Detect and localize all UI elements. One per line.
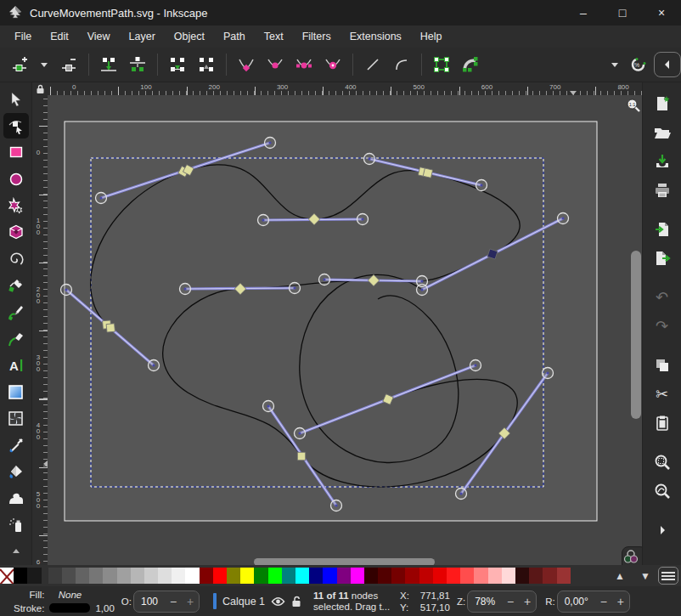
undo-button[interactable]: ↶: [649, 285, 676, 310]
palette-swatch[interactable]: [515, 568, 529, 584]
rotation-spinner[interactable]: 0,00° − +: [557, 591, 630, 613]
palette-swatch[interactable]: [419, 568, 433, 584]
palette-swatch[interactable]: [474, 568, 487, 584]
tool-3dbox[interactable]: [3, 220, 29, 245]
tool-dropper[interactable]: [3, 432, 29, 457]
palette-swatch[interactable]: [323, 568, 336, 584]
opacity-value[interactable]: 100: [134, 596, 165, 608]
palette-swatch[interactable]: [14, 568, 27, 584]
cut-button[interactable]: ✂: [649, 381, 676, 407]
palette-swatch[interactable]: [391, 568, 405, 584]
zoom-1to1-icon[interactable]: 1:1: [626, 98, 642, 116]
palette-swatch-none[interactable]: [0, 568, 14, 584]
palette-swatch[interactable]: [378, 568, 391, 584]
menu-edit[interactable]: Edit: [41, 27, 78, 46]
palette-swatch[interactable]: [103, 568, 116, 584]
make-smooth-button[interactable]: [261, 51, 290, 78]
delete-segment-button[interactable]: [192, 51, 221, 78]
palette-swatch[interactable]: [460, 568, 474, 584]
palette-swatch[interactable]: [240, 568, 254, 584]
palette-swatch[interactable]: [351, 568, 364, 584]
vertical-scrollbar[interactable]: [631, 251, 641, 419]
palette-swatch[interactable]: [89, 568, 103, 584]
open-document-button[interactable]: [649, 120, 676, 145]
tool-selector[interactable]: [3, 87, 29, 111]
menu-object[interactable]: Object: [165, 27, 214, 46]
join-nodes-button[interactable]: [94, 51, 123, 78]
opacity-spinner[interactable]: 100 − +: [133, 591, 200, 613]
tool-pen[interactable]: [3, 273, 29, 297]
stroke-to-path-button[interactable]: [456, 51, 485, 78]
vertical-ruler[interactable]: 01 0 02 0 03 0 04 0 05 0 06 0 0: [32, 95, 48, 565]
menu-filters[interactable]: Filters: [293, 27, 340, 46]
path-node[interactable]: [106, 324, 115, 332]
color-managed-display-button[interactable]: [622, 546, 642, 565]
tool-star[interactable]: [3, 193, 29, 218]
palette-scroll-up-icon[interactable]: ▲: [607, 570, 633, 582]
palette-menu-icon[interactable]: [658, 567, 678, 585]
zoom-plus-icon[interactable]: +: [519, 595, 536, 608]
tool-rectangle[interactable]: [3, 140, 29, 165]
tool-calligraphy[interactable]: [3, 326, 29, 351]
export-button[interactable]: [649, 246, 676, 271]
menu-extensions[interactable]: Extensions: [340, 27, 411, 46]
make-auto-button[interactable]: [318, 51, 347, 78]
palette-swatch[interactable]: [405, 568, 419, 584]
tool-mesh[interactable]: [3, 406, 29, 431]
zoom-drawing-button[interactable]: [649, 478, 676, 504]
zoom-spinner[interactable]: 78% − +: [467, 591, 537, 613]
object-to-path-button[interactable]: [427, 51, 456, 78]
collapse-snapbar-button[interactable]: [654, 52, 681, 77]
segment-curve-button[interactable]: [387, 51, 416, 78]
menu-layer[interactable]: Layer: [120, 27, 165, 46]
palette-swatch[interactable]: [447, 568, 460, 584]
zoom-value[interactable]: 78%: [468, 596, 502, 608]
save-document-button[interactable]: [649, 149, 676, 174]
palette-swatch[interactable]: [227, 568, 240, 584]
join-with-segment-button[interactable]: [163, 51, 192, 78]
opacity-plus-icon[interactable]: +: [182, 595, 199, 608]
palette-swatch[interactable]: [48, 568, 62, 584]
menu-help[interactable]: Help: [411, 27, 452, 46]
palette-swatch[interactable]: [185, 568, 199, 584]
rotation-minus-icon[interactable]: −: [595, 595, 612, 608]
menu-file[interactable]: File: [5, 27, 41, 46]
paste-button[interactable]: [649, 410, 676, 436]
rotation-value[interactable]: 0,00°: [558, 596, 595, 608]
insert-node-menu-button[interactable]: [34, 51, 54, 78]
zoom-selection-button[interactable]: [649, 449, 676, 475]
horizontal-scrollbar[interactable]: [254, 558, 435, 565]
layer-name[interactable]: Calque 1: [222, 596, 265, 608]
minimize-button[interactable]: –: [564, 0, 603, 25]
new-document-button[interactable]: [649, 91, 676, 116]
palette-swatch[interactable]: [309, 568, 323, 584]
palette-swatch[interactable]: [502, 568, 515, 584]
opacity-minus-icon[interactable]: −: [165, 595, 182, 608]
palette-swatch[interactable]: [295, 568, 309, 584]
palette-swatch[interactable]: [268, 568, 282, 584]
palette-swatch[interactable]: [529, 568, 543, 584]
tool-ellipse[interactable]: [3, 167, 29, 191]
fill-stroke-indicator[interactable]: Fill: None Stroke: 1,00: [14, 588, 115, 615]
palette-swatch[interactable]: [282, 568, 295, 584]
delete-node-button[interactable]: [54, 51, 83, 78]
menu-text[interactable]: Text: [255, 27, 293, 46]
tool-gradient[interactable]: [3, 380, 29, 404]
path-node[interactable]: [423, 168, 432, 178]
make-corner-button[interactable]: [232, 51, 261, 78]
segment-line-button[interactable]: [358, 51, 387, 78]
ruler-lock-icon[interactable]: [32, 82, 48, 95]
break-nodes-button[interactable]: [123, 51, 152, 78]
redo-button[interactable]: ↷: [649, 314, 676, 339]
tool-pencil[interactable]: [3, 300, 29, 325]
layer-unlocked-icon[interactable]: [291, 596, 301, 608]
toolbox-scroll-up[interactable]: [3, 540, 29, 564]
palette-swatch[interactable]: [488, 568, 502, 584]
menu-path[interactable]: Path: [214, 27, 255, 46]
drawing-canvas[interactable]: [48, 95, 642, 565]
toolbar-overflow-button[interactable]: [605, 51, 625, 78]
palette-swatch[interactable]: [158, 568, 172, 584]
layer-indicator[interactable]: Calque 1: [213, 593, 301, 609]
palette-swatch[interactable]: [254, 568, 267, 584]
insert-node-button[interactable]: [5, 51, 34, 78]
